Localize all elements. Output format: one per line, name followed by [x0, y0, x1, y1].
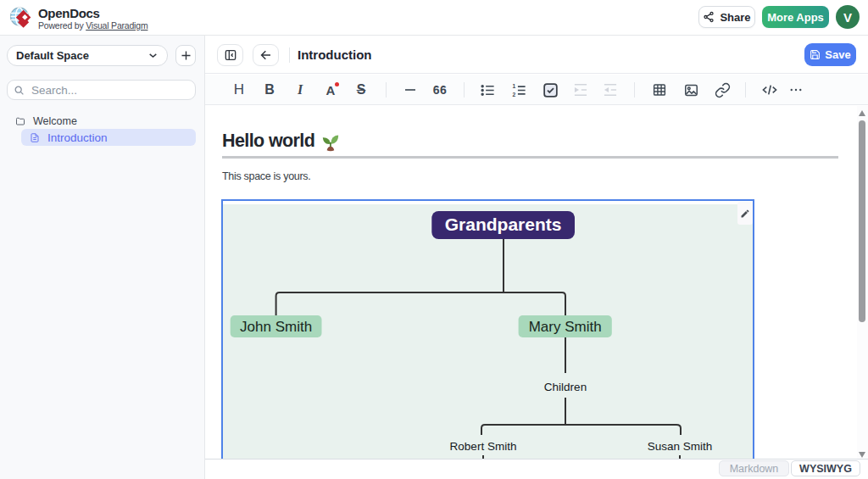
- svg-text:Grandparents: Grandparents: [445, 214, 562, 234]
- svg-text:Mary Smith: Mary Smith: [529, 319, 602, 335]
- svg-text:Susan Smith: Susan Smith: [648, 440, 713, 453]
- svg-text:Children: Children: [544, 381, 587, 393]
- svg-text:2: 2: [512, 91, 515, 97]
- svg-text:John Smith: John Smith: [240, 319, 312, 335]
- svg-text:1: 1: [512, 83, 515, 89]
- svg-text:Robert Smith: Robert Smith: [450, 440, 517, 453]
